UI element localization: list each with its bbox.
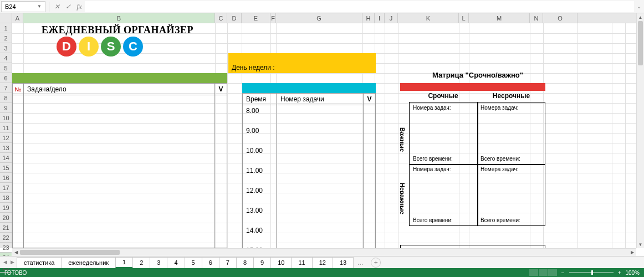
sheet-tab-8[interactable]: 8 (236, 257, 254, 268)
sheet-tab-2[interactable]: 2 (132, 257, 150, 268)
sheet-tab-статистика[interactable]: статистика (17, 257, 62, 268)
row-header-7[interactable]: 7 (0, 83, 12, 93)
chevron-down-icon[interactable]: ▼ (37, 4, 42, 9)
time-row[interactable]: 9.00 (243, 125, 277, 145)
col-header-F[interactable]: F (270, 13, 276, 23)
zoom-out-icon[interactable]: − (561, 270, 565, 276)
row-header-10[interactable]: 10 (0, 113, 12, 123)
formula-input[interactable] (85, 1, 634, 12)
zoom-thumb[interactable] (591, 270, 593, 275)
h-scroll-track[interactable] (20, 249, 628, 256)
row-header-8[interactable]: 8 (0, 93, 12, 103)
col-header-D[interactable]: D (227, 13, 242, 23)
row-header-9[interactable]: 9 (0, 103, 12, 113)
disc-s-icon: S (101, 37, 121, 57)
tab-nav-prev-icon[interactable]: ◀ (2, 258, 8, 266)
row-header-12[interactable]: 12 (0, 133, 12, 143)
tab-more-button[interactable]: ... (353, 257, 367, 268)
sheet-tab-5[interactable]: 5 (185, 257, 202, 268)
row-header-2[interactable]: 2 (0, 33, 12, 43)
sheet-tab-7[interactable]: 7 (219, 257, 237, 268)
expand-formula-icon[interactable]: ⌄ (634, 3, 644, 9)
row-header-14[interactable]: 14 (0, 153, 12, 163)
row-header-22[interactable]: 22 (0, 233, 12, 243)
time-table-body[interactable]: 8.009.0010.0011.0012.0013.0014.0015.0016… (242, 105, 376, 248)
scroll-up-icon[interactable]: ▲ (637, 13, 644, 21)
horizontal-scrollbar[interactable]: ◀ ▶ (12, 248, 636, 256)
matrix-grid[interactable]: Номера задач: Всего времени: Номера зада… (409, 102, 545, 226)
row-header-18[interactable]: 18 (0, 193, 12, 203)
day-of-week-bar[interactable]: День недели : (228, 53, 376, 73)
sheet-tab-1[interactable]: 1 (115, 257, 133, 268)
matrix-cell-q2[interactable]: Номера задач: Всего времени: (477, 102, 545, 164)
sheet-tab-3[interactable]: 3 (150, 257, 167, 268)
sheet-tab-12[interactable]: 12 (312, 257, 333, 268)
v-scroll-thumb[interactable] (638, 21, 643, 65)
cancel-icon[interactable]: ✕ (52, 3, 63, 11)
scroll-right-icon[interactable]: ▶ (628, 249, 636, 256)
col-header-J[interactable]: J (385, 13, 398, 23)
task-label-header: Задача/дело (24, 84, 214, 95)
zoom-level[interactable]: 100% (625, 270, 640, 276)
sheet-tab-6[interactable]: 6 (202, 257, 219, 268)
col-header-K[interactable]: K (398, 13, 459, 23)
col-header-B[interactable]: B (23, 13, 215, 23)
time-row[interactable]: 12.00 (243, 185, 277, 205)
row-header-5[interactable]: 5 (0, 63, 12, 73)
sheet-tab-4[interactable]: 4 (167, 257, 185, 268)
col-header-A[interactable]: A (12, 13, 23, 23)
col-header-L[interactable]: L (459, 13, 469, 23)
row-header-1[interactable]: 1 (0, 23, 12, 33)
col-header-C[interactable]: C (215, 13, 227, 23)
row-header-11[interactable]: 11 (0, 123, 12, 133)
row-header-19[interactable]: 19 (0, 203, 12, 213)
row-header-20[interactable]: 20 (0, 213, 12, 223)
row-header-16[interactable]: 16 (0, 173, 12, 183)
col-header-H[interactable]: H (362, 13, 375, 23)
row-header-23[interactable]: 23 (0, 243, 12, 253)
row-header-4[interactable]: 4 (0, 53, 12, 63)
row-header-21[interactable]: 21 (0, 223, 12, 233)
col-header-O[interactable]: O (543, 13, 577, 23)
fx-icon[interactable]: fx (74, 2, 85, 11)
row-header-3[interactable]: 3 (0, 43, 12, 53)
time-row[interactable]: 11.00 (243, 165, 277, 185)
sheet-tab-9[interactable]: 9 (253, 257, 271, 268)
scroll-left-icon[interactable]: ◀ (12, 249, 20, 256)
sheet-tab-10[interactable]: 10 (270, 257, 292, 268)
add-sheet-button[interactable]: + (371, 258, 381, 268)
time-row[interactable]: 13.00 (243, 205, 277, 225)
view-pagebreak-icon[interactable] (548, 269, 557, 276)
matrix-cell-q4[interactable]: Номера задач: Всего времени: (477, 164, 545, 225)
confirm-icon[interactable]: ✓ (63, 3, 74, 11)
view-pagelayout-icon[interactable] (539, 269, 548, 276)
col-header-E[interactable]: E (242, 13, 270, 23)
col-header-G[interactable]: G (276, 13, 362, 23)
time-row[interactable]: 8.00 (243, 105, 277, 125)
col-header-M[interactable]: M (469, 13, 530, 23)
time-row[interactable]: 14.00 (243, 225, 277, 245)
zoom-slider[interactable] (569, 272, 614, 273)
col-header-I[interactable]: I (375, 13, 385, 23)
tab-nav-next-icon[interactable]: ▶ (9, 258, 16, 266)
zoom-in-icon[interactable]: + (618, 270, 621, 276)
cells-area[interactable]: ЕЖЕДНЕВНЫЙ ОРГАНАЙЗЕР DISC № Задача/дело… (12, 23, 636, 248)
matrix-cell-q3[interactable]: Номера задач: Всего времени: (410, 164, 477, 225)
row-header-6[interactable]: 6 (0, 73, 12, 83)
vertical-scrollbar[interactable]: ▲ ▼ (636, 13, 644, 248)
sheet-tab-13[interactable]: 13 (333, 257, 354, 268)
time-row[interactable]: 10.00 (243, 145, 277, 165)
select-all-corner[interactable] (0, 13, 12, 23)
col-header-N[interactable]: N (530, 13, 543, 23)
name-box[interactable]: B24 ▼ (1, 1, 45, 12)
sheet-tab-еженедельник[interactable]: еженедельник (61, 257, 116, 268)
h-scroll-thumb[interactable] (20, 250, 120, 255)
matrix-cell-q1[interactable]: Номера задач: Всего времени: (410, 102, 477, 164)
sheet-tab-11[interactable]: 11 (291, 257, 312, 268)
scroll-down-icon[interactable]: ▼ (637, 240, 644, 248)
task-table-body[interactable] (12, 95, 227, 248)
row-header-17[interactable]: 17 (0, 183, 12, 193)
row-header-13[interactable]: 13 (0, 143, 12, 153)
view-normal-icon[interactable] (529, 269, 538, 276)
row-header-15[interactable]: 15 (0, 163, 12, 173)
